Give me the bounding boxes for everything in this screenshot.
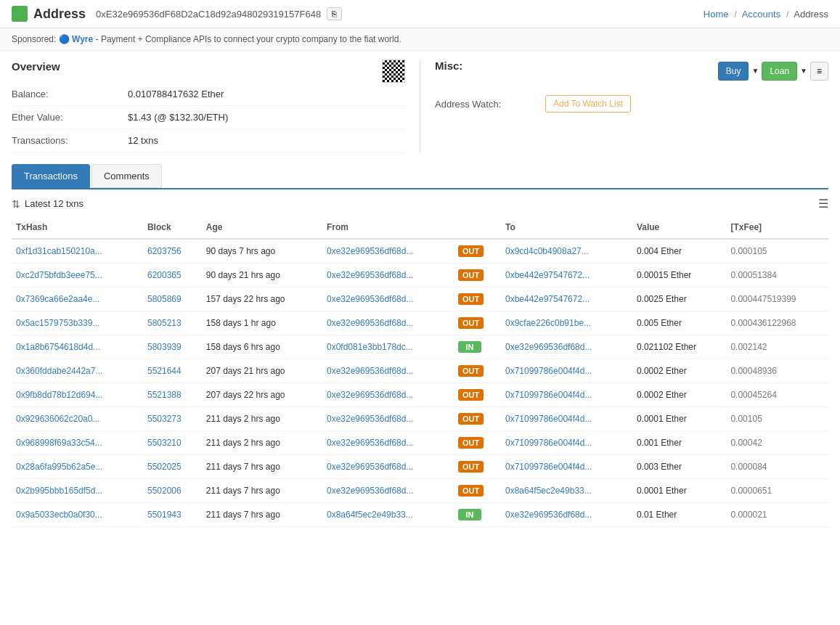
to-link[interactable]: 0x71099786e004f4d... <box>505 390 592 400</box>
from-link[interactable]: 0xe32e969536df68d... <box>327 486 413 496</box>
table-row: 0xf1d31cab150210a... 6203756 90 days 7 h… <box>12 239 828 264</box>
copy-button[interactable]: ⎘ <box>327 7 342 20</box>
to-link[interactable]: 0x8a64f5ec2e49b33... <box>505 486 592 496</box>
cell-txhash: 0x9fb8dd78b12d694... <box>12 383 143 407</box>
cell-from: 0xe32e969536df68d... <box>322 383 454 407</box>
accounts-link[interactable]: Accounts <box>742 9 780 20</box>
txhash-link[interactable]: 0x7369ca66e2aa4e... <box>16 294 99 304</box>
block-link[interactable]: 6203756 <box>147 246 182 256</box>
block-link[interactable]: 5521644 <box>147 366 182 376</box>
from-link[interactable]: 0x8a64f5ec2e49b33... <box>327 510 413 520</box>
from-link[interactable]: 0xe32e969536df68d... <box>327 294 413 304</box>
txhash-link[interactable]: 0xc2d75bfdb3eee75... <box>16 270 102 280</box>
ether-value-label: Ether Value: <box>12 112 128 123</box>
qr-icon[interactable] <box>382 60 405 83</box>
txhash-link[interactable]: 0x28a6fa995b62a5e... <box>16 462 102 472</box>
txhash-link[interactable]: 0x360fddabe2442a7... <box>16 366 102 376</box>
txhash-link[interactable]: 0x929636062c20a0... <box>16 414 99 424</box>
cell-value: 0.0002 Ether <box>632 383 727 407</box>
cell-value: 0.005 Ether <box>632 311 727 335</box>
to-link[interactable]: 0xe32e969536df68d... <box>505 342 592 352</box>
sponsor-link[interactable]: Wyre <box>72 34 93 44</box>
cell-to: 0x71099786e004f4d... <box>501 407 632 431</box>
table-menu-icon[interactable]: ☰ <box>818 197 828 211</box>
cell-age: 211 days 2 hrs ago <box>202 407 322 431</box>
to-link[interactable]: 0x71099786e004f4d... <box>505 438 592 448</box>
from-link[interactable]: 0xe32e969536df68d... <box>327 270 413 280</box>
cell-txhash: 0xc2d75bfdb3eee75... <box>12 264 143 287</box>
to-link[interactable]: 0x71099786e004f4d... <box>505 462 592 472</box>
cell-txfee: 0.00051384 <box>726 264 828 287</box>
from-link[interactable]: 0xe32e969536df68d... <box>327 390 413 400</box>
cell-txhash: 0x5ac1579753b339... <box>12 311 143 335</box>
tx-count: ⇅ Latest 12 txns <box>12 198 83 210</box>
table-row: 0x9fb8dd78b12d694... 5521388 207 days 22… <box>12 383 828 407</box>
col-age: Age <box>202 216 322 239</box>
from-link[interactable]: 0x0fd081e3bb178dc... <box>327 342 413 352</box>
col-txfee: [TxFee] <box>726 216 828 239</box>
misc-header: Misc: Buy ▼ Loan ▼ ≡ <box>435 60 828 82</box>
table-row: 0x28a6fa995b62a5e... 5502025 211 days 7 … <box>12 455 828 479</box>
tab-comments[interactable]: Comments <box>91 164 162 188</box>
block-link[interactable]: 5521388 <box>147 390 182 400</box>
to-link[interactable]: 0x71099786e004f4d... <box>505 366 592 376</box>
cell-txfee: 0.00042 <box>726 431 828 455</box>
block-link[interactable]: 5501943 <box>147 510 182 520</box>
cell-value: 0.0001 Ether <box>632 479 727 503</box>
txhash-link[interactable]: 0x5ac1579753b339... <box>16 318 99 328</box>
txhash-link[interactable]: 0xf1d31cab150210a... <box>16 246 102 256</box>
table-row: 0x929636062c20a0... 5503273 211 days 2 h… <box>12 407 828 431</box>
to-link[interactable]: 0x9cfae226c0b91be... <box>505 318 591 328</box>
overview-title: Overview <box>12 60 60 75</box>
cell-direction: OUT <box>454 287 501 311</box>
from-link[interactable]: 0xe32e969536df68d... <box>327 462 413 472</box>
direction-badge: OUT <box>458 269 484 281</box>
block-link[interactable]: 5502025 <box>147 462 182 472</box>
grid-button[interactable]: ≡ <box>810 62 828 81</box>
cell-age: 207 days 22 hrs ago <box>202 383 322 407</box>
home-link[interactable]: Home <box>704 9 729 20</box>
to-link[interactable]: 0x71099786e004f4d... <box>505 414 592 424</box>
to-link[interactable]: 0xbe442e97547672... <box>505 270 590 280</box>
add-to-watch-list-button[interactable]: Add To Watch List <box>545 95 631 113</box>
from-link[interactable]: 0xe32e969536df68d... <box>327 318 413 328</box>
buy-button[interactable]: Buy <box>718 62 749 81</box>
txhash-link[interactable]: 0x968998f69a33c54... <box>16 438 102 448</box>
from-link[interactable]: 0xe32e969536df68d... <box>327 438 413 448</box>
to-link[interactable]: 0xe32e969536df68d... <box>505 510 592 520</box>
cell-to: 0x71099786e004f4d... <box>501 383 632 407</box>
block-link[interactable]: 5805213 <box>147 318 182 328</box>
from-link[interactable]: 0xe32e969536df68d... <box>327 366 413 376</box>
txhash-link[interactable]: 0x9a5033ecb0a0f30... <box>16 510 102 520</box>
cell-direction: OUT <box>454 431 501 455</box>
from-link[interactable]: 0xe32e969536df68d... <box>327 246 413 256</box>
transactions-value: 12 txns <box>128 135 158 146</box>
cell-age: 90 days 21 hrs ago <box>202 264 322 287</box>
txhash-link[interactable]: 0x9fb8dd78b12d694... <box>16 390 102 400</box>
address-watch-row: Address Watch: Add To Watch List <box>435 89 828 118</box>
sort-icon: ⇅ <box>12 198 20 210</box>
cell-age: 158 days 1 hr ago <box>202 311 322 335</box>
txhash-link[interactable]: 0x2b995bbb165df5d... <box>16 486 102 496</box>
loan-button[interactable]: Loan <box>762 62 797 81</box>
cell-direction: OUT <box>454 455 501 479</box>
cell-age: 211 days 7 hrs ago <box>202 503 322 527</box>
to-link[interactable]: 0x9cd4c0b4908a27... <box>505 246 589 256</box>
cell-from: 0xe32e969536df68d... <box>322 431 454 455</box>
from-link[interactable]: 0xe32e969536df68d... <box>327 414 413 424</box>
block-link[interactable]: 5805869 <box>147 294 182 304</box>
tab-transactions[interactable]: Transactions <box>12 164 90 188</box>
to-link[interactable]: 0xbe442e97547672... <box>505 294 590 304</box>
block-link[interactable]: 5502006 <box>147 486 182 496</box>
block-link[interactable]: 5503210 <box>147 438 182 448</box>
table-row: 0x1a8b6754618d4d... 5803939 158 days 6 h… <box>12 335 828 359</box>
block-link[interactable]: 6200365 <box>147 270 182 280</box>
block-link[interactable]: 5803939 <box>147 342 182 352</box>
ether-value: $1.43 (@ $132.30/ETH) <box>128 112 228 123</box>
direction-badge: OUT <box>458 485 484 497</box>
cell-block: 6200365 <box>143 264 202 287</box>
cell-value: 0.003 Ether <box>632 455 727 479</box>
cell-from: 0x8a64f5ec2e49b33... <box>322 503 454 527</box>
block-link[interactable]: 5503273 <box>147 414 182 424</box>
txhash-link[interactable]: 0x1a8b6754618d4d... <box>16 342 100 352</box>
